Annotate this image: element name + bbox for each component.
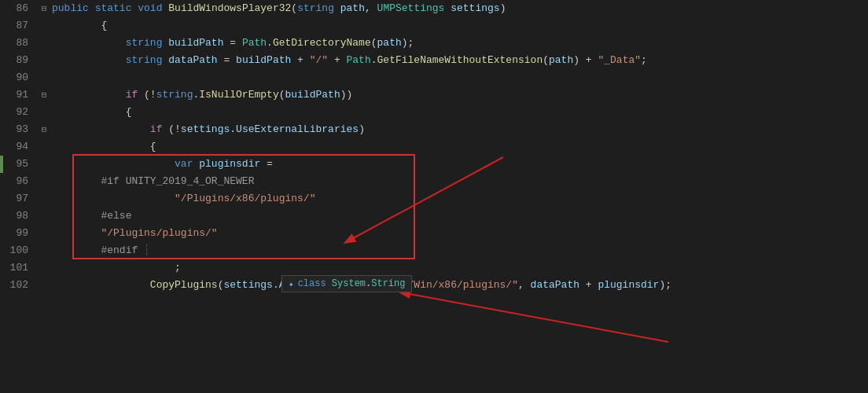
line-content-94: { <box>50 138 868 156</box>
line-content-93: if (!settings.UseExternalLibraries) <box>50 121 868 138</box>
tooltip-icon: ✦ <box>289 279 294 289</box>
line-number-96: 96 <box>0 173 38 190</box>
fold-93[interactable]: ⊟ <box>38 121 50 138</box>
code-line-91: 91 ⊟ if (!string.IsNullOrEmpty(buildPath… <box>0 86 868 104</box>
tooltip-class-keyword: class <box>298 278 326 289</box>
line-number-102: 102 <box>0 277 38 294</box>
line-number-98: 98 <box>0 208 38 225</box>
code-line-96: 96 #if UNITY_2019_4_OR_NEWER <box>0 173 868 190</box>
code-line-95: 95 var pluginsdir = <box>0 156 868 173</box>
line-number-94: 94 <box>0 138 38 156</box>
line-number-93: 93 <box>0 121 38 138</box>
line-content-86: public static void BuildWindowsPlayer32(… <box>50 0 868 17</box>
code-lines: 86 ⊟ public static void BuildWindowsPlay… <box>0 0 868 393</box>
code-line-97: 97 "/Plugins/x86/plugins/" <box>0 190 868 208</box>
code-line-87: 87 { <box>0 17 868 35</box>
code-editor: 86 ⊟ public static void BuildWindowsPlay… <box>0 0 868 393</box>
line-content-102: CopyPlugins(settings.AssetPath + "/Plugi… <box>50 277 868 294</box>
tooltip-namespace: System <box>332 278 366 289</box>
code-line-99: 99 "/Plugins/plugins/" <box>0 225 868 242</box>
line-content-100: #endif ┆ <box>50 242 868 259</box>
fold-91[interactable]: ⊟ <box>38 86 50 104</box>
code-line-100: 100 #endif ┆ <box>0 242 868 259</box>
type-tooltip: ✦ class System.String <box>281 275 412 292</box>
code-line-88: 88 string buildPath = Path.GetDirectoryN… <box>0 35 868 52</box>
code-line-98: 98 #else <box>0 208 868 225</box>
line-number-99: 99 <box>0 225 38 242</box>
line-content-96: #if UNITY_2019_4_OR_NEWER <box>50 173 868 190</box>
line-number-87: 87 <box>0 17 38 35</box>
line-content-101: ; <box>50 259 868 277</box>
tooltip-text: class System.String <box>298 278 406 289</box>
line-content-98: #else <box>50 208 868 225</box>
code-line-102: 102 CopyPlugins(settings.AssetPath + "/P… <box>0 277 868 294</box>
line-content-90 <box>50 69 868 86</box>
line-number-95: 95 <box>0 156 38 173</box>
code-line-92: 92 { <box>0 104 868 121</box>
code-line-89: 89 string dataPath = buildPath + "/" + P… <box>0 52 868 69</box>
line-number-100: 100 <box>0 242 38 259</box>
green-indicator-95 <box>0 156 3 173</box>
tooltip-classname: String <box>371 278 405 289</box>
line-number-92: 92 <box>0 104 38 121</box>
line-number-101: 101 <box>0 259 38 277</box>
code-line-94: 94 { <box>0 138 868 156</box>
line-content-95: var pluginsdir = <box>50 156 868 173</box>
line-content-91: if (!string.IsNullOrEmpty(buildPath)) <box>50 86 868 104</box>
line-content-97: "/Plugins/x86/plugins/" <box>50 190 868 208</box>
code-line-90: 90 <box>0 69 868 86</box>
line-content-89: string dataPath = buildPath + "/" + Path… <box>50 52 868 69</box>
code-line-101: 101 ; <box>0 259 868 277</box>
line-number-89: 89 <box>0 52 38 69</box>
line-content-88: string buildPath = Path.GetDirectoryName… <box>50 35 868 52</box>
line-content-99: "/Plugins/plugins/" <box>50 225 868 242</box>
fold-86[interactable]: ⊟ <box>38 0 50 17</box>
line-number-86: 86 <box>0 0 38 17</box>
code-line-93: 93 ⊟ if (!settings.UseExternalLibraries) <box>0 121 868 138</box>
line-number-91: 91 <box>0 86 38 104</box>
line-number-90: 90 <box>0 69 38 86</box>
line-content-87: { <box>50 17 868 35</box>
code-line-86: 86 ⊟ public static void BuildWindowsPlay… <box>0 0 868 17</box>
line-number-97: 97 <box>0 190 38 208</box>
line-number-88: 88 <box>0 35 38 52</box>
line-content-92: { <box>50 104 868 121</box>
